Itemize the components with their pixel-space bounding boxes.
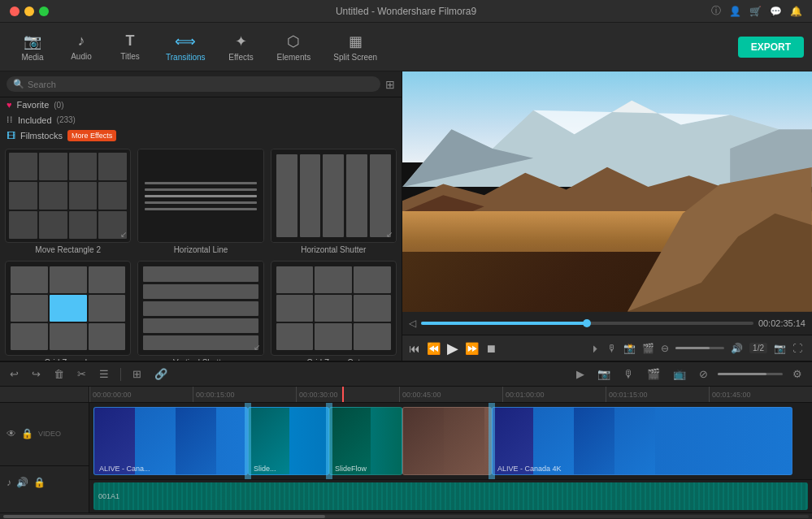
sidebar-included[interactable]: ⁞⁞ Included (233) — [0, 112, 402, 128]
volume-slider[interactable] — [675, 347, 724, 349]
transition-move-rect[interactable]: ↙ Move Rectangle 2 — [5, 149, 131, 254]
audio-lock-icon[interactable]: 🔒 — [33, 477, 46, 488]
titles-icon: T — [126, 32, 135, 50]
timeline-volume-slider[interactable] — [718, 373, 783, 375]
ruler-marks: 00:00:00:00 00:00:15:00 00:00:30:00 00:0… — [89, 387, 812, 402]
transition-gridzoomout[interactable]: Grid Zoom Out — [271, 261, 397, 361]
grid-view-icon[interactable]: ⊞ — [385, 78, 395, 91]
film-timeline-icon[interactable]: 🎬 — [644, 366, 663, 382]
add-track-button[interactable]: ⊞ — [129, 366, 145, 382]
play-circle-icon[interactable]: ⏵ — [591, 343, 601, 354]
toolbar-titles[interactable]: T Titles — [106, 28, 154, 66]
transition-marker-3[interactable] — [489, 403, 495, 479]
frame-forward-button[interactable]: ⏩ — [465, 342, 479, 355]
video-track-label: 👁 🔒 VIDEO — [0, 403, 89, 466]
toolbar-audio[interactable]: ♪ Audio — [57, 28, 106, 66]
clip-thumb — [614, 408, 655, 474]
sidebar-favorite[interactable]: ♥ Favorite (0) — [0, 97, 402, 112]
link-button[interactable]: 🔗 — [151, 366, 171, 382]
eye-icon[interactable]: 👁 — [7, 428, 16, 439]
transition-vshutter[interactable]: ↙ Vertical Shutter — [137, 261, 263, 361]
clip-slide[interactable]: Slide... — [248, 407, 329, 475]
ruler-mark-6: 00:01:45:00 — [709, 387, 812, 402]
export-button[interactable]: EXPORT — [738, 37, 804, 58]
transitions-icon: ⟺ — [175, 32, 196, 50]
transition-label-gridzoomout: Grid Zoom Out — [271, 358, 397, 361]
mic-timeline-icon[interactable]: 🎙 — [620, 366, 637, 382]
timeline-volume-fill — [718, 373, 766, 375]
progress-bar[interactable] — [421, 322, 753, 325]
screenshot-icon[interactable]: 📷 — [774, 343, 786, 354]
progress-thumb — [583, 319, 591, 327]
film-icon[interactable]: 🎬 — [642, 343, 654, 354]
timeline-scrollbar[interactable] — [0, 513, 812, 519]
toolbar-media[interactable]: 📷 Media — [8, 28, 57, 67]
more-effects-button[interactable]: More Effects — [67, 130, 116, 141]
fullscreen-icon[interactable]: ⛶ — [792, 343, 802, 354]
transition-gridzoomin[interactable]: Grid Zoom In — [5, 261, 131, 361]
transition-marker-1[interactable] — [245, 403, 251, 479]
clip-label-alive: ALIVE - Cana... — [96, 465, 154, 473]
elements-label: Elements — [277, 53, 311, 62]
transition-thumb-vshutter: ↙ — [137, 261, 263, 355]
frame-back-button[interactable]: ⏪ — [427, 342, 441, 355]
toolbar-transitions[interactable]: ⟺ Transitions — [154, 28, 217, 67]
timeline-toolbar: ↩ ↪ 🗑 ✂ ☰ ⊞ 🔗 ▶ 📷 🎙 🎬 📺 ⊘ ⚙ — [0, 362, 812, 387]
volume-track-icon[interactable]: 🔊 — [16, 477, 28, 488]
music-icon[interactable]: ♪ — [7, 477, 11, 488]
transition-label-move-rect: Move Rectangle 2 — [5, 245, 131, 254]
list-button[interactable]: ☰ — [96, 366, 112, 382]
mic-icon[interactable]: 🎙 — [607, 343, 617, 354]
preview-scene — [402, 71, 812, 312]
search-icon: 🔍 — [13, 79, 24, 89]
maximize-button[interactable] — [39, 6, 49, 16]
transition-thumb-hline — [137, 149, 263, 243]
preview-area — [402, 71, 812, 312]
zoom-out-icon[interactable]: ⊖ — [661, 343, 669, 354]
toolbar-effects[interactable]: ✦ Effects — [217, 28, 266, 67]
clip-label-slideflow: SlideFlow — [332, 465, 370, 473]
ruler-mark-3: 00:00:45:00 — [399, 387, 502, 402]
clip-brown[interactable] — [402, 407, 492, 475]
timeline-play-icon[interactable]: ▶ — [573, 366, 588, 382]
transition-hline[interactable]: Horizontal Line — [137, 149, 263, 254]
scrollbar-thumb[interactable] — [3, 515, 325, 518]
audio-clip[interactable]: 001A1 — [93, 482, 808, 510]
toolbar-splitscreen[interactable]: ▦ Split Screen — [322, 28, 389, 67]
playhead[interactable] — [342, 387, 344, 402]
sidebar-filmstocks[interactable]: 🎞 Filmstocks More Effects — [0, 128, 402, 144]
clip-alive-2[interactable]: ALIVE - Canada 4K — [492, 407, 792, 475]
no-icon[interactable]: ⊘ — [696, 366, 711, 382]
stop-button[interactable]: ⏹ — [485, 342, 497, 355]
included-count: (233) — [57, 115, 76, 124]
effects-label: Effects — [228, 53, 253, 62]
search-bar[interactable]: 🔍 — [7, 76, 380, 92]
minimize-button[interactable] — [24, 6, 34, 16]
panel-controls: 🔍 ⊞ — [0, 71, 402, 97]
scrollbar-track[interactable] — [3, 515, 809, 518]
progress-fill — [421, 322, 587, 325]
search-input[interactable] — [28, 80, 374, 89]
transition-marker-2[interactable] — [326, 403, 332, 479]
snapshot-icon[interactable]: 📸 — [623, 343, 636, 354]
toolbar-elements[interactable]: ⬡ Elements — [266, 28, 323, 67]
clip-label-alive2: ALIVE - Canada 4K — [494, 465, 565, 473]
close-button[interactable] — [10, 6, 20, 16]
lock-icon[interactable]: 🔒 — [21, 428, 33, 439]
skip-back-button[interactable]: ⏮ — [409, 342, 420, 355]
transition-hshutter[interactable]: ↙ Horizontal Shutter — [271, 149, 397, 254]
clip-slideflow[interactable]: SlideFlow — [329, 407, 402, 475]
quality-badge[interactable]: 1/2 — [749, 343, 767, 353]
timeline-settings-icon[interactable]: ⚙ — [789, 366, 805, 382]
volume-icon[interactable]: 🔊 — [731, 343, 743, 354]
undo-button[interactable]: ↩ — [7, 366, 22, 382]
heart-icon: ♥ — [7, 100, 12, 110]
main-area: 🔍 ⊞ ♥ Favorite (0) ⁞⁞ Included (233) 🎞 F… — [0, 71, 812, 361]
play-button[interactable]: ▶ — [447, 340, 458, 357]
clip-alive-1[interactable]: ALIVE - Cana... — [93, 407, 248, 475]
delete-clip-button[interactable]: 🗑 — [50, 366, 67, 382]
timeline-camera-icon[interactable]: 📷 — [594, 366, 614, 382]
redo-button[interactable]: ↪ — [28, 366, 44, 382]
pip-icon[interactable]: 📺 — [670, 366, 689, 382]
cut-button[interactable]: ✂ — [74, 366, 89, 382]
